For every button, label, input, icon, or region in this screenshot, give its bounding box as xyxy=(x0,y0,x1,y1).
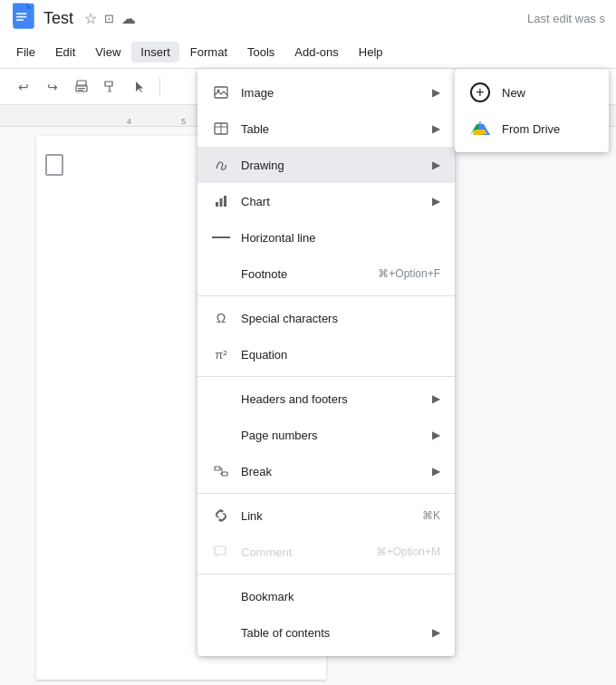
insert-menu-bookmark[interactable]: Bookmark xyxy=(197,578,455,614)
insert-menu-toc[interactable]: Table of contents ▶ xyxy=(197,614,455,651)
svg-rect-17 xyxy=(220,198,223,207)
svg-rect-8 xyxy=(78,88,85,89)
insert-menu-break[interactable]: Break ▶ xyxy=(197,453,455,489)
insert-menu-headers-footers[interactable]: Headers and footers ▶ xyxy=(197,381,455,417)
menu-edit[interactable]: Edit xyxy=(46,42,84,63)
svg-rect-4 xyxy=(16,16,27,18)
menu-insert[interactable]: Insert xyxy=(131,42,179,63)
insert-link-label: Link xyxy=(241,509,408,523)
link-shortcut: ⌘K xyxy=(422,509,440,522)
insert-special-chars-label: Special characters xyxy=(241,312,440,325)
insert-menu-equation[interactable]: π² Equation xyxy=(197,336,455,372)
drawing-new-label: New xyxy=(502,86,525,100)
drawing-submenu-arrow: ▶ xyxy=(432,159,440,171)
insert-bookmark-label: Bookmark xyxy=(241,590,440,603)
drawing-submenu-from-drive[interactable]: From Drive xyxy=(455,111,609,147)
insert-image-label: Image xyxy=(241,86,425,100)
page-list-icon xyxy=(45,154,63,176)
image-icon xyxy=(212,83,230,101)
menu-help[interactable]: Help xyxy=(350,42,392,63)
insert-footnote-label: Footnote xyxy=(241,267,363,281)
insert-hrline-label: Horizontal line xyxy=(241,231,440,245)
drawing-submenu-new[interactable]: + New xyxy=(455,74,609,111)
comment-shortcut: ⌘+Option+M xyxy=(376,545,440,558)
menu-separator-3 xyxy=(197,493,455,494)
insert-comment-label: Comment xyxy=(241,545,361,559)
svg-rect-16 xyxy=(216,202,218,207)
ruler-mark-4: 4 xyxy=(127,117,131,126)
ruler-mark-5: 5 xyxy=(181,117,186,126)
break-submenu-arrow: ▶ xyxy=(432,465,440,478)
star-icon[interactable]: ☆ xyxy=(84,10,97,27)
svg-rect-20 xyxy=(222,472,227,476)
insert-page-numbers-label: Page numbers xyxy=(241,429,425,442)
docs-app-icon xyxy=(11,3,36,34)
print-button[interactable] xyxy=(69,74,94,100)
insert-menu-drawing[interactable]: Drawing ▶ xyxy=(197,147,455,183)
menu-separator-1 xyxy=(197,295,455,296)
svg-rect-19 xyxy=(215,467,220,470)
menu-bar: File Edit View Insert Format Tools Add-o… xyxy=(0,36,616,69)
page-numbers-submenu-arrow: ▶ xyxy=(432,429,440,441)
paint-format-button[interactable] xyxy=(98,74,123,100)
svg-rect-3 xyxy=(16,13,27,14)
insert-chart-label: Chart xyxy=(241,195,425,208)
insert-menu-chart[interactable]: Chart ▶ xyxy=(197,183,455,219)
insert-toc-label: Table of contents xyxy=(241,626,425,640)
drive-icon xyxy=(469,118,491,140)
link-icon xyxy=(212,507,230,525)
insert-headers-footers-label: Headers and footers xyxy=(241,392,425,406)
insert-drawing-label: Drawing xyxy=(241,159,425,172)
folder-icon[interactable]: ⊡ xyxy=(104,12,114,25)
last-edit-label: Last edit was s xyxy=(527,12,605,25)
omega-icon: Ω xyxy=(212,309,230,327)
title-bar: Test ☆ ⊡ ☁ Last edit was s xyxy=(0,0,616,36)
svg-rect-5 xyxy=(16,19,24,21)
insert-menu-dropdown: Image ▶ Table ▶ Drawing ▶ xyxy=(197,69,455,656)
toolbar-divider-1 xyxy=(159,78,160,96)
svg-rect-11 xyxy=(215,87,227,98)
menu-format[interactable]: Format xyxy=(181,42,236,63)
svg-rect-21 xyxy=(215,546,226,555)
svg-rect-2 xyxy=(13,4,34,29)
insert-table-label: Table xyxy=(241,122,425,136)
table-icon xyxy=(212,120,230,138)
redo-button[interactable]: ↪ xyxy=(40,74,65,100)
menu-addons[interactable]: Add-ons xyxy=(285,42,347,63)
image-submenu-arrow: ▶ xyxy=(432,86,440,99)
insert-menu-hrline[interactable]: Horizontal line xyxy=(197,219,455,256)
insert-menu-comment: Comment ⌘+Option+M xyxy=(197,534,455,570)
insert-menu-link[interactable]: Link ⌘K xyxy=(197,497,455,534)
svg-rect-10 xyxy=(108,90,111,92)
drawing-icon xyxy=(212,156,230,174)
svg-rect-9 xyxy=(78,90,83,91)
table-submenu-arrow: ▶ xyxy=(432,122,440,135)
menu-separator-4 xyxy=(197,574,455,574)
insert-menu-special-chars[interactable]: Ω Special characters xyxy=(197,300,455,336)
headers-submenu-arrow: ▶ xyxy=(432,392,440,405)
insert-equation-label: Equation xyxy=(241,348,440,362)
document-title[interactable]: Test xyxy=(43,9,73,28)
menu-file[interactable]: File xyxy=(7,42,44,63)
comment-icon xyxy=(212,543,230,561)
menu-tools[interactable]: Tools xyxy=(238,42,284,63)
insert-menu-table[interactable]: Table ▶ xyxy=(197,111,455,147)
footnote-shortcut: ⌘+Option+F xyxy=(378,267,440,280)
insert-break-label: Break xyxy=(241,465,425,478)
insert-menu-footnote[interactable]: Footnote ⌘+Option+F xyxy=(197,256,455,292)
drawing-submenu: + New From Drive xyxy=(455,69,609,152)
svg-rect-18 xyxy=(224,196,226,207)
break-icon xyxy=(212,462,230,480)
title-icons: ☆ ⊡ ☁ xyxy=(84,10,136,27)
pi-icon: π² xyxy=(212,345,230,363)
drawing-from-drive-label: From Drive xyxy=(502,122,560,136)
insert-menu-page-numbers[interactable]: Page numbers ▶ xyxy=(197,417,455,453)
menu-separator-2 xyxy=(197,376,455,377)
chart-icon xyxy=(212,192,230,210)
menu-view[interactable]: View xyxy=(86,42,130,63)
insert-menu-image[interactable]: Image ▶ xyxy=(197,74,455,111)
new-plus-icon: + xyxy=(469,82,491,103)
cloud-icon[interactable]: ☁ xyxy=(121,10,136,27)
undo-button[interactable]: ↩ xyxy=(11,74,36,100)
cursor-button[interactable] xyxy=(127,74,152,100)
